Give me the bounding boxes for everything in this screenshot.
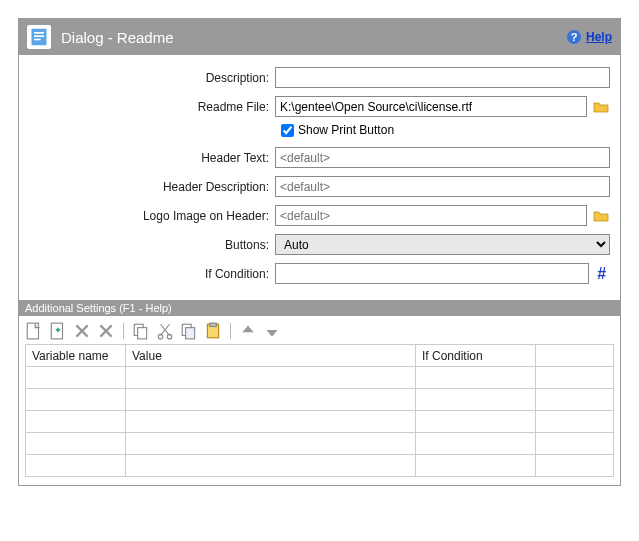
- col-variable-name[interactable]: Variable name: [26, 345, 126, 367]
- svg-rect-1: [34, 32, 44, 34]
- readme-file-input[interactable]: [275, 96, 587, 117]
- dialog-title: Dialog - Readme: [61, 29, 566, 46]
- col-spacer: [536, 345, 614, 367]
- move-up-icon[interactable]: [239, 322, 257, 340]
- col-if-condition[interactable]: If Condition: [416, 345, 536, 367]
- table-row[interactable]: [26, 411, 614, 433]
- titlebar: Dialog - Readme ? Help: [19, 19, 620, 55]
- svg-rect-13: [186, 328, 195, 339]
- if-condition-input[interactable]: [275, 263, 589, 284]
- add-icon[interactable]: [49, 322, 67, 340]
- toolbar: [19, 318, 620, 344]
- help-icon[interactable]: ?: [566, 29, 582, 45]
- condition-hash-button[interactable]: #: [593, 265, 610, 283]
- cut-icon[interactable]: [156, 322, 174, 340]
- form-area: Description: Readme File: Show Print But…: [19, 55, 620, 300]
- new-icon[interactable]: [25, 322, 43, 340]
- show-print-checkbox[interactable]: [281, 124, 294, 137]
- delete-icon[interactable]: [73, 322, 91, 340]
- svg-rect-15: [210, 323, 217, 326]
- document-icon: [27, 25, 51, 49]
- settings-table[interactable]: Variable name Value If Condition: [25, 344, 614, 477]
- toolbar-separator-2: [230, 323, 231, 339]
- show-print-label: Show Print Button: [298, 123, 394, 137]
- buttons-select[interactable]: Auto: [275, 234, 610, 255]
- help-link[interactable]: Help: [586, 30, 612, 44]
- table-row[interactable]: [26, 433, 614, 455]
- logo-image-label: Logo Image on Header:: [29, 209, 275, 223]
- header-text-label: Header Text:: [29, 151, 275, 165]
- copy-icon[interactable]: [132, 322, 150, 340]
- browse-file-button[interactable]: [591, 97, 610, 117]
- table-row[interactable]: [26, 389, 614, 411]
- header-text-input[interactable]: [275, 147, 610, 168]
- paste-icon[interactable]: [204, 322, 222, 340]
- table-row[interactable]: [26, 455, 614, 477]
- logo-image-input[interactable]: [275, 205, 587, 226]
- header-desc-label: Header Description:: [29, 180, 275, 194]
- browse-image-button[interactable]: [591, 206, 610, 226]
- svg-rect-3: [34, 39, 41, 41]
- description-input[interactable]: [275, 67, 610, 88]
- svg-rect-9: [138, 328, 147, 339]
- duplicate-icon[interactable]: [180, 322, 198, 340]
- header-desc-input[interactable]: [275, 176, 610, 197]
- description-label: Description:: [29, 71, 275, 85]
- svg-text:?: ?: [571, 31, 578, 43]
- additional-settings-header: Additional Settings (F1 - Help): [19, 300, 620, 316]
- dialog-panel: Dialog - Readme ? Help Description: Read…: [18, 18, 621, 486]
- table-row[interactable]: [26, 367, 614, 389]
- svg-rect-7: [51, 323, 62, 339]
- readme-file-label: Readme File:: [29, 100, 275, 114]
- move-down-icon[interactable]: [263, 322, 281, 340]
- if-condition-label: If Condition:: [29, 267, 275, 281]
- svg-rect-2: [34, 35, 44, 37]
- col-value[interactable]: Value: [126, 345, 416, 367]
- buttons-label: Buttons:: [29, 238, 275, 252]
- toolbar-separator: [123, 323, 124, 339]
- delete-all-icon[interactable]: [97, 322, 115, 340]
